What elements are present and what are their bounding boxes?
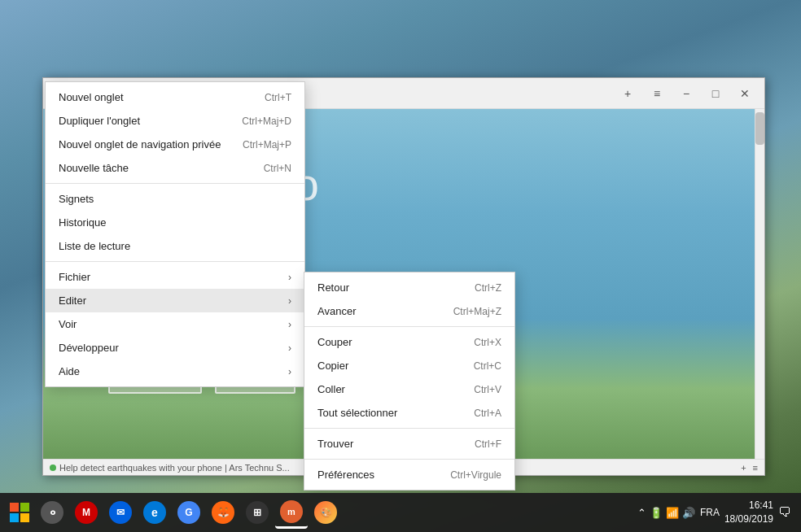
taskbar-calculator[interactable]: ⊞ [241, 496, 274, 529]
menu-item-voir[interactable]: Voir› [46, 312, 304, 336]
menu-item-label: Nouvel onglet de navigation privée [59, 138, 230, 150]
minimize-button[interactable]: − [673, 81, 699, 107]
menu-item-nouvelle-tâche[interactable]: Nouvelle tâcheCtrl+N [46, 156, 304, 180]
submenu-item-label: Retour [317, 281, 462, 294]
menu-item-label: Dupliquer l'onglet [59, 115, 229, 127]
scrollbar[interactable] [755, 109, 764, 459]
windows-logo-icon [10, 503, 29, 522]
submenu-arrow-icon: › [288, 342, 291, 354]
menu-separator [46, 183, 304, 184]
taskbar-icon-list: ⚬ M ✉ e G 🦊 ⊞ m 🎨 [36, 496, 637, 529]
network-icon[interactable]: 📶 [666, 507, 679, 519]
submenu-arrow-icon: › [288, 319, 291, 330]
submenu-item-shortcut: Ctrl+F [475, 438, 501, 450]
menu-item-label: Editer [59, 294, 282, 307]
submenu-separator [304, 428, 514, 429]
submenu-item-label: Copier [317, 360, 461, 372]
submenu-item-label: Préférences [317, 469, 437, 481]
maximize-button[interactable]: □ [703, 81, 729, 107]
menu-item-signets[interactable]: Signets [46, 187, 304, 211]
submenu-item-coller[interactable]: CollerCtrl+V [304, 377, 514, 401]
submenu-separator [304, 459, 514, 460]
menu-item-label: Développeur [59, 342, 282, 354]
menu-item-nouvel-onglet[interactable]: Nouvel ongletCtrl+T [46, 85, 304, 109]
status-bar-icons: + ≡ [741, 463, 758, 473]
menu-item-label: Nouvel onglet [59, 91, 252, 103]
taskbar-thunderbird[interactable]: ✉ [104, 496, 137, 529]
submenu-arrow-icon: › [288, 366, 291, 377]
battery-icon[interactable]: 🔋 [650, 507, 663, 519]
volume-icon[interactable]: 🔊 [682, 507, 695, 519]
menu-item-label: Historique [59, 216, 291, 229]
menu-item-shortcut: Ctrl+T [265, 92, 291, 103]
scrollbar-thumb[interactable] [755, 112, 764, 145]
system-tray-icons: ⌃ 🔋 📶 🔊 [637, 507, 695, 519]
clock-time: 16:41 [724, 499, 773, 512]
submenu-item-couper[interactable]: CouperCtrl+X [304, 330, 514, 354]
hamburger-menu-button[interactable]: ≡ [644, 81, 670, 107]
status-indicator [50, 464, 56, 471]
menu-item-label: Fichier [59, 271, 282, 283]
taskbar: ⚬ M ✉ e G 🦊 ⊞ m 🎨 [0, 493, 801, 532]
menu-item-shortcut: Ctrl+Maj+P [243, 139, 291, 150]
submenu-item-shortcut: Ctrl+X [474, 337, 501, 348]
submenu-item-label: Avancer [317, 305, 440, 317]
clock-date: 18/09/2019 [724, 512, 773, 526]
status-list-icon[interactable]: ≡ [753, 463, 758, 473]
close-button[interactable]: ✕ [732, 81, 758, 107]
menu-item-liste-de-lecture[interactable]: Liste de lecture [46, 234, 304, 258]
editer-submenu: RetourCtrl+ZAvancerCtrl+Maj+ZCouperCtrl+… [304, 272, 515, 491]
window-controls: + ≡ − □ ✕ [615, 81, 758, 107]
submenu-item-shortcut: Ctrl+C [474, 360, 501, 372]
submenu-item-shortcut: Ctrl+Z [475, 282, 501, 294]
menu-item-shortcut: Ctrl+N [264, 163, 291, 174]
menu-item-aide[interactable]: Aide› [46, 360, 304, 383]
main-menu: Nouvel ongletCtrl+TDupliquer l'ongletCtr… [45, 81, 305, 387]
submenu-item-label: Tout sélectionner [317, 407, 461, 419]
menu-item-editer[interactable]: Editer› [46, 289, 304, 312]
submenu-item-label: Trouver [317, 438, 462, 450]
submenu-item-tout-sélectionner[interactable]: Tout sélectionnerCtrl+A [304, 401, 514, 425]
system-clock[interactable]: 16:41 18/09/2019 [724, 499, 773, 526]
notification-center-icon[interactable]: 🗨 [778, 505, 791, 520]
taskbar-firefox[interactable]: 🦊 [207, 496, 239, 529]
submenu-item-avancer[interactable]: AvancerCtrl+Maj+Z [304, 299, 514, 323]
menu-item-label: Aide [59, 365, 282, 377]
taskbar-cortana[interactable]: ⚬ [36, 496, 68, 529]
submenu-item-préférences[interactable]: PréférencesCtrl+Virgule [304, 463, 514, 486]
submenu-item-shortcut: Ctrl+V [474, 384, 501, 395]
submenu-arrow-icon: › [288, 272, 291, 283]
menu-item-développeur[interactable]: Développeur› [46, 336, 304, 360]
submenu-item-label: Couper [317, 336, 461, 348]
menu-item-shortcut: Ctrl+Maj+D [242, 116, 291, 127]
menu-separator [46, 261, 304, 262]
new-tab-button[interactable]: + [615, 81, 641, 107]
menu-item-nouvel-onglet-de-navigation-privée[interactable]: Nouvel onglet de navigation privéeCtrl+M… [46, 133, 304, 156]
submenu-item-copier[interactable]: CopierCtrl+C [304, 354, 514, 377]
submenu-item-retour[interactable]: RetourCtrl+Z [304, 276, 514, 299]
submenu-arrow-icon: › [288, 295, 291, 307]
start-button[interactable] [3, 496, 36, 529]
submenu-item-shortcut: Ctrl+A [474, 408, 501, 419]
taskbar-right-area: ⌃ 🔋 📶 🔊 FRA 16:41 18/09/2019 🗨 [637, 499, 798, 526]
taskbar-min-browser[interactable]: m [275, 496, 308, 529]
submenu-item-shortcut: Ctrl+Virgule [450, 469, 501, 481]
menu-item-dupliquer-l'onglet[interactable]: Dupliquer l'ongletCtrl+Maj+D [46, 109, 304, 133]
submenu-item-shortcut: Ctrl+Maj+Z [453, 306, 501, 317]
taskbar-paint3d[interactable]: 🎨 [309, 496, 342, 529]
submenu-separator [304, 326, 514, 327]
menu-item-label: Voir [59, 318, 282, 330]
menu-item-label: Liste de lecture [59, 240, 291, 252]
taskbar-edge[interactable]: e [138, 496, 171, 529]
menu-item-label: Signets [59, 193, 291, 205]
menu-item-historique[interactable]: Historique [46, 211, 304, 234]
submenu-item-label: Coller [317, 383, 461, 395]
tray-arrow-icon[interactable]: ⌃ [637, 507, 646, 519]
menu-item-fichier[interactable]: Fichier› [46, 265, 304, 289]
taskbar-mailo[interactable]: M [70, 496, 103, 529]
status-add-icon[interactable]: + [741, 463, 746, 473]
taskbar-chrome[interactable]: G [173, 496, 205, 529]
submenu-item-trouver[interactable]: TrouverCtrl+F [304, 432, 514, 456]
language-indicator[interactable]: FRA [700, 507, 720, 518]
menu-item-label: Nouvelle tâche [59, 162, 251, 174]
